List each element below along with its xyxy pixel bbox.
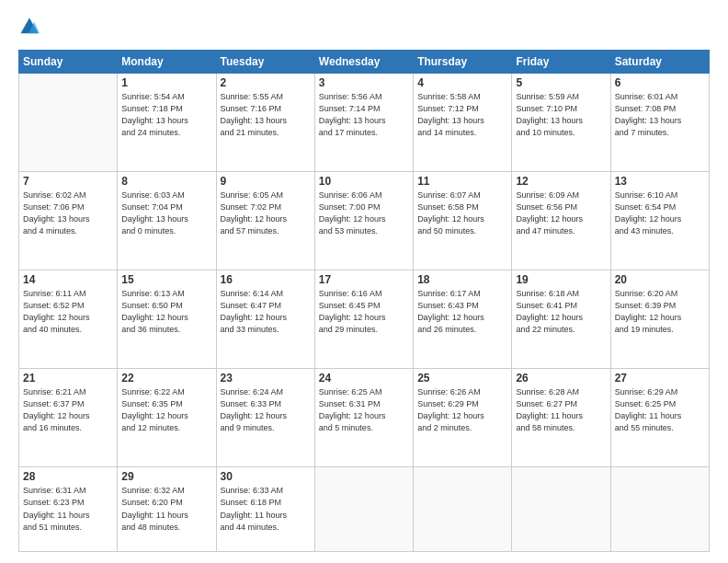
day-number: 29 <box>121 470 211 483</box>
day-info: Sunrise: 6:29 AMSunset: 6:25 PMDaylight:… <box>615 386 705 434</box>
calendar-cell: 2Sunrise: 5:55 AMSunset: 7:16 PMDaylight… <box>216 74 314 172</box>
day-number: 11 <box>417 175 507 188</box>
day-number: 17 <box>319 273 409 286</box>
day-info: Sunrise: 6:10 AMSunset: 6:54 PMDaylight:… <box>615 190 705 237</box>
calendar-cell: 5Sunrise: 5:59 AMSunset: 7:10 PMDaylight… <box>512 74 610 172</box>
day-info: Sunrise: 6:02 AMSunset: 7:06 PMDaylight:… <box>23 190 113 237</box>
day-number: 15 <box>121 273 211 286</box>
calendar-cell: 9Sunrise: 6:05 AMSunset: 7:02 PMDaylight… <box>216 172 314 270</box>
calendar-cell <box>610 467 709 552</box>
calendar-cell: 13Sunrise: 6:10 AMSunset: 6:54 PMDayligh… <box>610 172 709 270</box>
day-info: Sunrise: 6:20 AMSunset: 6:39 PMDaylight:… <box>615 288 705 336</box>
day-info: Sunrise: 5:54 AMSunset: 7:18 PMDaylight:… <box>121 91 211 139</box>
calendar-cell: 11Sunrise: 6:07 AMSunset: 6:58 PMDayligh… <box>414 172 512 270</box>
day-info: Sunrise: 6:05 AMSunset: 7:02 PMDaylight:… <box>221 190 311 237</box>
day-info: Sunrise: 6:31 AMSunset: 6:23 PMDaylight:… <box>23 485 113 533</box>
calendar-cell: 30Sunrise: 6:33 AMSunset: 6:18 PMDayligh… <box>216 467 314 552</box>
day-info: Sunrise: 6:14 AMSunset: 6:47 PMDaylight:… <box>221 288 311 336</box>
col-tuesday: Tuesday <box>216 51 314 74</box>
calendar-cell: 16Sunrise: 6:14 AMSunset: 6:47 PMDayligh… <box>216 270 314 369</box>
day-info: Sunrise: 6:22 AMSunset: 6:35 PMDaylight:… <box>121 386 211 434</box>
calendar-cell: 20Sunrise: 6:20 AMSunset: 6:39 PMDayligh… <box>610 270 709 369</box>
day-number: 2 <box>221 76 311 89</box>
calendar-cell: 6Sunrise: 6:01 AMSunset: 7:08 PMDaylight… <box>610 74 709 172</box>
day-number: 24 <box>319 372 409 385</box>
calendar-cell: 12Sunrise: 6:09 AMSunset: 6:56 PMDayligh… <box>512 172 610 270</box>
calendar-cell: 28Sunrise: 6:31 AMSunset: 6:23 PMDayligh… <box>19 467 118 552</box>
day-info: Sunrise: 6:17 AMSunset: 6:43 PMDaylight:… <box>417 288 507 336</box>
logo <box>18 17 41 40</box>
calendar-cell: 26Sunrise: 6:28 AMSunset: 6:27 PMDayligh… <box>512 369 610 467</box>
day-info: Sunrise: 5:59 AMSunset: 7:10 PMDaylight:… <box>516 91 606 139</box>
calendar-cell: 25Sunrise: 6:26 AMSunset: 6:29 PMDayligh… <box>414 369 512 467</box>
calendar-cell: 3Sunrise: 5:56 AMSunset: 7:14 PMDaylight… <box>314 74 413 172</box>
day-number: 27 <box>615 372 705 385</box>
day-number: 22 <box>121 372 211 385</box>
calendar-cell: 19Sunrise: 6:18 AMSunset: 6:41 PMDayligh… <box>512 270 610 369</box>
calendar-header-row: Sunday Monday Tuesday Wednesday Thursday… <box>19 51 710 74</box>
day-number: 16 <box>221 273 311 286</box>
day-number: 1 <box>121 76 211 89</box>
calendar-cell: 10Sunrise: 6:06 AMSunset: 7:00 PMDayligh… <box>314 172 413 270</box>
day-number: 3 <box>319 76 409 89</box>
day-info: Sunrise: 6:32 AMSunset: 6:20 PMDaylight:… <box>121 485 211 533</box>
day-number: 20 <box>615 273 705 286</box>
calendar-cell: 7Sunrise: 6:02 AMSunset: 7:06 PMDaylight… <box>19 172 118 270</box>
calendar-cell: 27Sunrise: 6:29 AMSunset: 6:25 PMDayligh… <box>610 369 709 467</box>
day-info: Sunrise: 6:13 AMSunset: 6:50 PMDaylight:… <box>121 288 211 336</box>
day-info: Sunrise: 6:28 AMSunset: 6:27 PMDaylight:… <box>516 386 606 434</box>
calendar-cell: 21Sunrise: 6:21 AMSunset: 6:37 PMDayligh… <box>19 369 118 467</box>
calendar-cell: 15Sunrise: 6:13 AMSunset: 6:50 PMDayligh… <box>118 270 216 369</box>
day-number: 4 <box>417 76 507 89</box>
page-header <box>18 17 710 40</box>
day-number: 23 <box>221 372 311 385</box>
calendar-cell <box>414 467 512 552</box>
calendar-cell: 22Sunrise: 6:22 AMSunset: 6:35 PMDayligh… <box>118 369 216 467</box>
day-info: Sunrise: 6:26 AMSunset: 6:29 PMDaylight:… <box>417 386 507 434</box>
calendar-cell: 24Sunrise: 6:25 AMSunset: 6:31 PMDayligh… <box>314 369 413 467</box>
day-info: Sunrise: 6:09 AMSunset: 6:56 PMDaylight:… <box>516 190 606 237</box>
day-info: Sunrise: 6:33 AMSunset: 6:18 PMDaylight:… <box>221 485 311 533</box>
day-info: Sunrise: 6:03 AMSunset: 7:04 PMDaylight:… <box>121 190 211 237</box>
col-sunday: Sunday <box>19 51 118 74</box>
day-number: 18 <box>417 273 507 286</box>
day-info: Sunrise: 6:06 AMSunset: 7:00 PMDaylight:… <box>319 190 409 237</box>
calendar-cell: 1Sunrise: 5:54 AMSunset: 7:18 PMDaylight… <box>118 74 216 172</box>
col-saturday: Saturday <box>610 51 709 74</box>
day-info: Sunrise: 6:24 AMSunset: 6:33 PMDaylight:… <box>221 386 311 434</box>
day-number: 7 <box>23 175 113 188</box>
day-number: 21 <box>23 372 113 385</box>
calendar-cell: 8Sunrise: 6:03 AMSunset: 7:04 PMDaylight… <box>118 172 216 270</box>
day-number: 30 <box>221 470 311 483</box>
logo-icon <box>19 17 40 37</box>
day-number: 8 <box>121 175 211 188</box>
day-info: Sunrise: 6:21 AMSunset: 6:37 PMDaylight:… <box>23 386 113 434</box>
col-friday: Friday <box>512 51 610 74</box>
calendar-table: Sunday Monday Tuesday Wednesday Thursday… <box>18 50 710 552</box>
calendar-cell: 18Sunrise: 6:17 AMSunset: 6:43 PMDayligh… <box>414 270 512 369</box>
calendar-cell <box>512 467 610 552</box>
day-info: Sunrise: 5:56 AMSunset: 7:14 PMDaylight:… <box>319 91 409 139</box>
calendar-cell: 23Sunrise: 6:24 AMSunset: 6:33 PMDayligh… <box>216 369 314 467</box>
day-info: Sunrise: 6:01 AMSunset: 7:08 PMDaylight:… <box>615 91 705 139</box>
day-number: 13 <box>615 175 705 188</box>
day-info: Sunrise: 5:58 AMSunset: 7:12 PMDaylight:… <box>417 91 507 139</box>
day-info: Sunrise: 6:18 AMSunset: 6:41 PMDaylight:… <box>516 288 606 336</box>
calendar-cell: 29Sunrise: 6:32 AMSunset: 6:20 PMDayligh… <box>118 467 216 552</box>
day-number: 10 <box>319 175 409 188</box>
col-thursday: Thursday <box>414 51 512 74</box>
day-number: 25 <box>417 372 507 385</box>
day-number: 9 <box>221 175 311 188</box>
day-info: Sunrise: 6:07 AMSunset: 6:58 PMDaylight:… <box>417 190 507 237</box>
day-number: 26 <box>516 372 606 385</box>
calendar-cell: 14Sunrise: 6:11 AMSunset: 6:52 PMDayligh… <box>19 270 118 369</box>
day-number: 6 <box>615 76 705 89</box>
calendar-cell: 4Sunrise: 5:58 AMSunset: 7:12 PMDaylight… <box>414 74 512 172</box>
day-number: 14 <box>23 273 113 286</box>
day-number: 12 <box>516 175 606 188</box>
day-info: Sunrise: 6:25 AMSunset: 6:31 PMDaylight:… <box>319 386 409 434</box>
day-number: 5 <box>516 76 606 89</box>
calendar-cell <box>314 467 413 552</box>
day-info: Sunrise: 5:55 AMSunset: 7:16 PMDaylight:… <box>221 91 311 139</box>
day-info: Sunrise: 6:16 AMSunset: 6:45 PMDaylight:… <box>319 288 409 336</box>
